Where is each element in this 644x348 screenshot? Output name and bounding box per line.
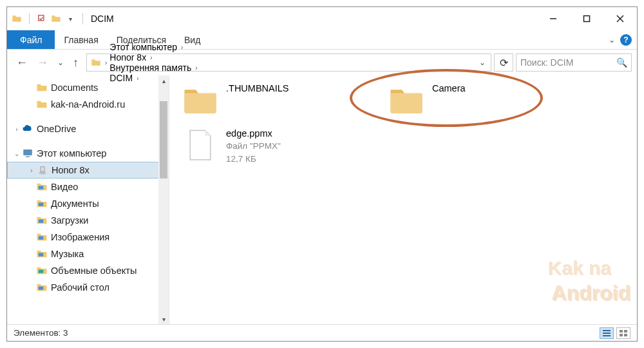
tree-item-icon xyxy=(35,82,48,93)
nav-recent-icon[interactable]: ⌄ xyxy=(57,59,64,66)
help-icon[interactable]: ? xyxy=(620,34,632,46)
sidebar-scrollbar[interactable]: ▴ ▾ xyxy=(158,75,169,324)
breadcrumb-item[interactable]: Внутренняя память› xyxy=(107,63,200,73)
tree-item[interactable]: ⌄Этот компьютер xyxy=(7,145,169,162)
tree-item[interactable]: Documents xyxy=(7,79,169,96)
tree-caret-icon[interactable]: › xyxy=(12,126,21,133)
qat-properties-icon[interactable] xyxy=(36,13,48,24)
nav-up-icon[interactable]: ↑ xyxy=(73,57,79,68)
tree-item-label: Honor 8x xyxy=(52,165,90,175)
tree-item-icon xyxy=(35,248,48,260)
ribbon-expand-icon[interactable]: ⌄ xyxy=(609,35,615,44)
tree-item[interactable]: Видео xyxy=(7,179,169,195)
svg-rect-9 xyxy=(39,186,44,189)
minimize-button[interactable] xyxy=(536,7,570,30)
folder-icon xyxy=(182,82,218,118)
svg-rect-6 xyxy=(26,157,30,158)
tree-item-label: Рабочий стол xyxy=(51,282,109,293)
tree-item[interactable]: ›OneDrive xyxy=(7,121,169,137)
tree-item-label: Изображения xyxy=(51,232,109,242)
watermark: Kak na xyxy=(548,257,611,279)
tree-item-icon xyxy=(21,123,34,135)
qat-newfolder-icon[interactable] xyxy=(50,13,62,24)
tree-item-icon xyxy=(35,99,48,110)
svg-rect-20 xyxy=(624,330,627,333)
tree-item[interactable]: Музыка xyxy=(7,246,169,262)
folder-item[interactable]: .THUMBNAILS xyxy=(182,82,289,118)
tree-item[interactable]: kak-na-Android.ru xyxy=(7,96,169,113)
tree-item[interactable]: Загрузки xyxy=(7,212,169,229)
view-details-button[interactable] xyxy=(600,327,614,339)
maximize-button[interactable] xyxy=(570,7,603,30)
tree-item-icon xyxy=(35,265,48,276)
search-icon: 🔍 xyxy=(616,57,627,68)
svg-rect-8 xyxy=(41,167,44,172)
tree-item-label: Видео xyxy=(51,182,78,192)
close-button[interactable] xyxy=(603,7,637,30)
tree-item-icon xyxy=(35,215,48,226)
tree-item[interactable]: Документы xyxy=(7,195,169,212)
ribbon-tabs: Файл Главная Поделиться Вид ⌄ ? xyxy=(7,30,637,50)
qat-separator xyxy=(29,13,30,24)
svg-rect-21 xyxy=(620,334,623,336)
tab-home[interactable]: Главная xyxy=(55,30,107,49)
tree-item-label: Музыка xyxy=(51,249,84,259)
breadcrumb-chevron-icon[interactable]: › xyxy=(150,54,152,61)
tree-caret-icon[interactable]: › xyxy=(27,167,36,174)
svg-rect-13 xyxy=(39,253,44,256)
svg-rect-15 xyxy=(39,287,44,290)
tree-item[interactable]: Рабочий стол xyxy=(7,279,169,296)
folder-item[interactable]: Camera xyxy=(388,82,466,118)
tree-item-icon xyxy=(36,164,49,176)
tree-item-icon xyxy=(35,282,48,293)
file-type: Файл "PPMX" xyxy=(226,140,281,153)
tree-item[interactable]: Изображения xyxy=(7,229,169,246)
svg-rect-12 xyxy=(39,237,44,240)
tree-item-icon xyxy=(21,148,34,159)
tab-file[interactable]: Файл xyxy=(7,30,55,49)
addr-dropdown-icon[interactable]: ⌄ xyxy=(479,58,486,67)
view-tiles-button[interactable] xyxy=(616,327,630,339)
titlebar: ▾ DCIM xyxy=(7,7,637,30)
folder-icon xyxy=(388,82,424,118)
tree-item-icon xyxy=(35,231,48,243)
tree-item-label: Этот компьютер xyxy=(37,148,106,159)
tree-item-icon xyxy=(35,181,48,193)
tree-item[interactable]: Объемные объекты xyxy=(7,262,169,279)
svg-point-7 xyxy=(39,171,46,175)
file-icon xyxy=(182,127,218,163)
svg-rect-11 xyxy=(39,220,44,223)
scroll-up-icon[interactable]: ▴ xyxy=(158,75,169,86)
tree-item-label: Объемные объекты xyxy=(51,266,137,276)
nav-forward-icon[interactable]: → xyxy=(37,57,48,68)
watermark: Android xyxy=(551,281,630,305)
qat-chevron-down-icon[interactable]: ▾ xyxy=(64,13,76,24)
file-name: edge.ppmx xyxy=(226,127,281,140)
tree-caret-icon[interactable]: ⌄ xyxy=(12,150,21,157)
search-box[interactable]: Поиск: DCIM 🔍 xyxy=(516,53,632,72)
item-count: Элементов: 3 xyxy=(14,328,68,338)
tree-item[interactable]: ›Honor 8x xyxy=(7,162,169,179)
breadcrumb-item[interactable]: Honor 8x› xyxy=(107,52,200,63)
svg-rect-10 xyxy=(39,203,44,206)
explorer-window: ▾ DCIM Файл Главная Поделиться Вид ⌄ ? ← xyxy=(6,6,638,342)
status-bar: Элементов: 3 xyxy=(7,324,637,341)
breadcrumb[interactable]: › Этот компьютер›Honor 8x›Внутренняя пам… xyxy=(86,53,491,72)
file-item[interactable]: edge.ppmxФайл "PPMX"12,7 КБ xyxy=(182,127,281,166)
tree-item-label: kak-na-Android.ru xyxy=(51,99,125,110)
search-placeholder: Поиск: DCIM xyxy=(520,57,616,68)
svg-rect-14 xyxy=(39,270,44,273)
file-name: Camera xyxy=(432,82,466,95)
scroll-thumb[interactable] xyxy=(160,101,167,179)
nav-back-icon[interactable]: ← xyxy=(16,57,28,68)
scroll-down-icon[interactable]: ▾ xyxy=(158,314,169,324)
svg-rect-5 xyxy=(23,150,32,155)
svg-rect-22 xyxy=(624,334,627,336)
breadcrumb-chevron-icon[interactable]: › xyxy=(181,44,183,51)
file-list[interactable]: .THUMBNAILSCameraedge.ppmxФайл "PPMX"12,… xyxy=(169,75,637,324)
breadcrumb-chevron-icon[interactable]: › xyxy=(195,64,197,72)
breadcrumb-root-icon[interactable] xyxy=(90,57,102,68)
breadcrumb-item[interactable]: Этот компьютер› xyxy=(107,42,200,52)
refresh-button[interactable]: ⟳ xyxy=(494,53,513,72)
tree-item-label: Загрузки xyxy=(51,215,88,226)
